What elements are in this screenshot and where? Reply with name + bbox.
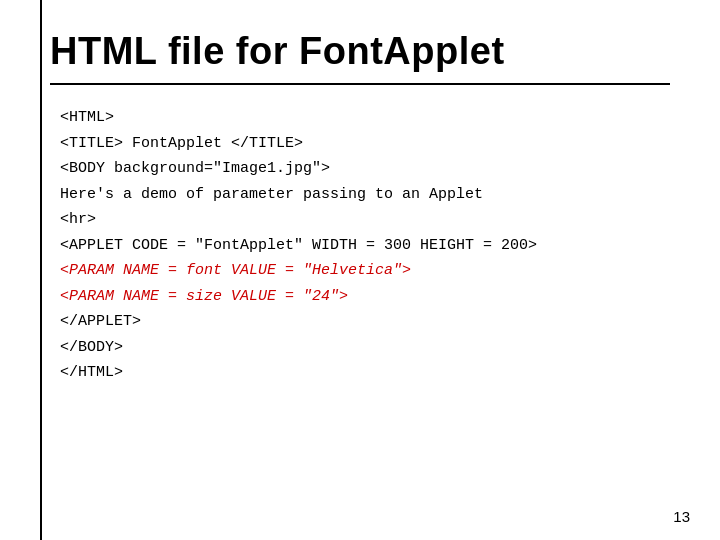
code-line: <APPLET CODE = "FontApplet" WIDTH = 300 … bbox=[60, 233, 670, 259]
code-line: Here's a demo of parameter passing to an… bbox=[60, 182, 670, 208]
slide-container: HTML file for FontApplet <HTML><TITLE> F… bbox=[0, 0, 720, 540]
code-line: <BODY background="Image1.jpg"> bbox=[60, 156, 670, 182]
slide-title: HTML file for FontApplet bbox=[50, 30, 670, 73]
code-block: <HTML><TITLE> FontApplet </TITLE><BODY b… bbox=[60, 105, 670, 386]
code-line: <PARAM NAME = size VALUE = "24"> bbox=[60, 284, 670, 310]
left-border-decoration bbox=[40, 0, 42, 540]
code-line: </HTML> bbox=[60, 360, 670, 386]
code-line: </APPLET> bbox=[60, 309, 670, 335]
page-number: 13 bbox=[673, 508, 690, 525]
code-line: <hr> bbox=[60, 207, 670, 233]
code-line: <HTML> bbox=[60, 105, 670, 131]
code-line: <TITLE> FontApplet </TITLE> bbox=[60, 131, 670, 157]
code-line: <PARAM NAME = font VALUE = "Helvetica"> bbox=[60, 258, 670, 284]
code-line: </BODY> bbox=[60, 335, 670, 361]
title-area: HTML file for FontApplet bbox=[50, 30, 670, 85]
content-area: <HTML><TITLE> FontApplet </TITLE><BODY b… bbox=[50, 105, 670, 386]
